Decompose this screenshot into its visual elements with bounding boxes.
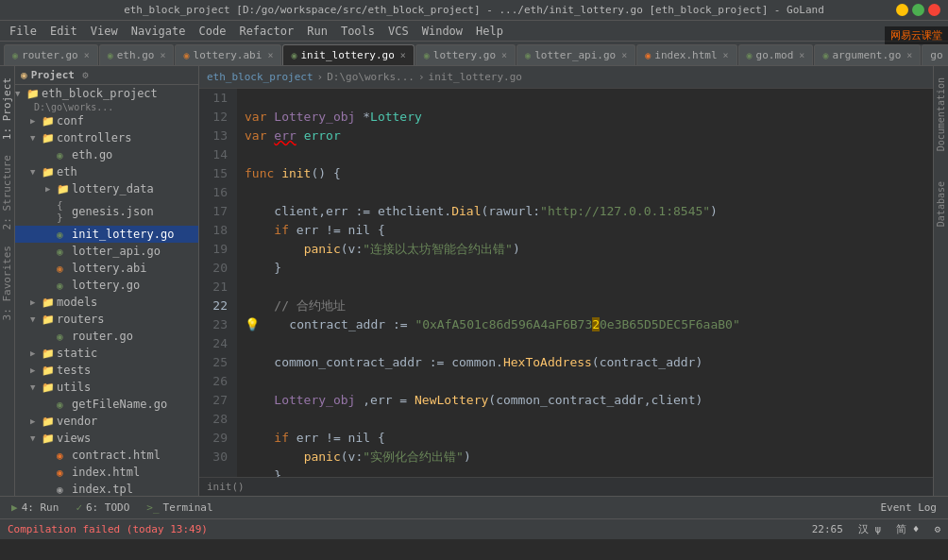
tree-label: utils bbox=[57, 381, 91, 394]
todo-label: 6: TODO bbox=[86, 501, 129, 514]
menu-edit[interactable]: Edit bbox=[44, 23, 83, 40]
code-line-28: panic(v:"实例化合约出错") bbox=[245, 450, 471, 464]
menu-run[interactable]: Run bbox=[301, 23, 333, 40]
tab-close-icon[interactable]: × bbox=[160, 50, 165, 60]
tab-go-mod[interactable]: ◉ go.mod × bbox=[738, 44, 814, 65]
tree-item-vendor[interactable]: ▶ 📁 vendor bbox=[15, 413, 198, 430]
menu-file[interactable]: File bbox=[4, 23, 42, 40]
menu-navigate[interactable]: Navigate bbox=[126, 23, 192, 40]
tree-item-lottery-go[interactable]: ◉ lottery.go bbox=[15, 277, 198, 294]
mod-file-icon: ◉ bbox=[747, 50, 753, 60]
code-editor[interactable]: eth_block_project › D:\go\works... › ini… bbox=[199, 66, 933, 496]
tree-item-static[interactable]: ▶ 📁 static bbox=[15, 345, 198, 362]
code-line-16: client,err := ethclient.Dial(rawurl:"htt… bbox=[245, 204, 718, 218]
tab-close-icon[interactable]: × bbox=[267, 50, 273, 60]
code-area[interactable]: 11 12 13 14 15 16 17 18 19 20 21 22 23 2… bbox=[199, 89, 933, 477]
compilation-error: Compilation failed (today 13:49) bbox=[8, 523, 208, 535]
minimize-button[interactable] bbox=[896, 4, 908, 16]
tree-item-init-lottery[interactable]: ◉ init_lottery.go bbox=[15, 226, 198, 243]
tree-item-eth-go[interactable]: ◉ eth.go bbox=[15, 146, 198, 163]
sidebar-settings: ⚙ bbox=[82, 69, 89, 81]
vtab-structure[interactable]: 2: Structure bbox=[0, 147, 15, 237]
tab-close-icon[interactable]: × bbox=[621, 50, 627, 60]
tab-lotter-api-go[interactable]: ◉ lotter_api.go × bbox=[516, 44, 635, 65]
tree-item-controllers[interactable]: ▼ 📁 controllers bbox=[15, 129, 198, 146]
tab-index-html[interactable]: ◉ index.html × bbox=[636, 44, 736, 65]
tree-label: conf bbox=[57, 114, 84, 127]
tree-label: static bbox=[57, 347, 97, 360]
menu-window[interactable]: Window bbox=[416, 23, 468, 40]
tpl-icon: ◉ bbox=[57, 484, 72, 496]
code-line-19: } bbox=[245, 261, 281, 275]
tab-close-icon[interactable]: × bbox=[400, 50, 406, 60]
abi-file-icon: ◉ bbox=[57, 263, 72, 275]
tree-item-index-tpl[interactable]: ◉ index.tpl bbox=[15, 481, 198, 496]
tree-label: lotter_api.go bbox=[72, 245, 161, 258]
code-line-11: var Lottery_obj *Lottery bbox=[245, 110, 422, 124]
tab-router-go[interactable]: ◉ router.go × bbox=[4, 44, 98, 65]
tree-item-routers[interactable]: ▼ 📁 routers bbox=[15, 311, 198, 328]
tree-item-root[interactable]: ▼ 📁 eth_block_project bbox=[15, 85, 198, 102]
tab-go-build[interactable]: go build-test1.go ☆ bbox=[922, 44, 948, 65]
code-line-13 bbox=[245, 147, 252, 161]
tab-label: eth.go bbox=[117, 49, 155, 61]
html-icon: ◉ bbox=[57, 467, 72, 479]
side-tabs-left: 1: Project 2: Structure 3: Favorites bbox=[0, 66, 15, 496]
tab-close-icon[interactable]: × bbox=[799, 50, 804, 60]
terminal-label: Terminal bbox=[163, 501, 213, 514]
tree-item-genesis-json[interactable]: { } genesis.json bbox=[15, 197, 198, 226]
tab-init-lottery-go[interactable]: ◉ init_lottery.go × bbox=[282, 44, 414, 65]
tab-label: go.mod bbox=[756, 49, 794, 61]
tree-item-conf[interactable]: ▶ 📁 conf bbox=[15, 112, 198, 129]
maximize-button[interactable] bbox=[912, 4, 924, 16]
tree-item-views[interactable]: ▼ 📁 views bbox=[15, 430, 198, 447]
tree-item-index-html[interactable]: ◉ index.html bbox=[15, 464, 198, 481]
vtab-documentation[interactable]: Documentation bbox=[934, 70, 948, 159]
tree-item-eth[interactable]: ▼ 📁 eth bbox=[15, 163, 198, 180]
tree-item-tests[interactable]: ▶ 📁 tests bbox=[15, 362, 198, 379]
code-line-26 bbox=[245, 412, 252, 426]
code-content[interactable]: var Lottery_obj *Lottery var err error f… bbox=[237, 89, 933, 477]
menu-tools[interactable]: Tools bbox=[335, 23, 381, 40]
todo-icon: ✓ bbox=[76, 501, 82, 514]
tab-close-icon[interactable]: × bbox=[723, 50, 729, 60]
window-controls bbox=[896, 4, 940, 16]
tree-item-models[interactable]: ▶ 📁 models bbox=[15, 294, 198, 311]
tree-item-lottery-data[interactable]: ▶ 📁 lottery_data bbox=[15, 180, 198, 197]
line-num-15: 15 bbox=[199, 164, 231, 183]
close-button[interactable] bbox=[928, 4, 940, 16]
line-num-30: 30 bbox=[199, 448, 231, 467]
event-log[interactable]: Event Log bbox=[872, 500, 944, 516]
tree-item-lotter-api[interactable]: ◉ lotter_api.go bbox=[15, 243, 198, 260]
tree-item-router-go[interactable]: ◉ router.go bbox=[15, 328, 198, 345]
tab-lottery-go[interactable]: ◉ lottery.go × bbox=[415, 44, 516, 65]
tree-item-utils[interactable]: ▼ 📁 utils bbox=[15, 379, 198, 396]
tab-lottery-abi[interactable]: ◉ lottery.abi × bbox=[175, 44, 281, 65]
tab-close-icon[interactable]: × bbox=[84, 50, 90, 60]
folder-icon: 📁 bbox=[42, 297, 57, 309]
vtab-database[interactable]: Database bbox=[934, 174, 948, 234]
tree-item-lottery-abi[interactable]: ◉ lottery.abi bbox=[15, 260, 198, 277]
run-icon: ▶ bbox=[11, 501, 18, 514]
go-file-icon: ◉ bbox=[424, 50, 430, 60]
go-file-icon: ◉ bbox=[57, 246, 72, 258]
tree-item-getfilename[interactable]: ◉ getFileName.go bbox=[15, 396, 198, 413]
tree-label: index.html bbox=[72, 466, 140, 479]
vtab-project[interactable]: 1: Project bbox=[0, 70, 15, 147]
tree-item-contract-html[interactable]: ◉ contract.html bbox=[15, 447, 198, 464]
tab-close-icon[interactable]: × bbox=[906, 50, 912, 60]
menu-refactor[interactable]: Refactor bbox=[233, 23, 299, 40]
tab-close-icon[interactable]: × bbox=[501, 50, 507, 60]
run-button[interactable]: ▶ 4: Run bbox=[4, 500, 66, 516]
menu-help[interactable]: Help bbox=[470, 23, 509, 40]
terminal-button[interactable]: >_ Terminal bbox=[139, 500, 220, 516]
vtab-favorites[interactable]: 3: Favorites bbox=[0, 238, 15, 328]
menu-view[interactable]: View bbox=[85, 23, 124, 40]
todo-button[interactable]: ✓ 6: TODO bbox=[68, 500, 137, 516]
tab-eth-go[interactable]: ◉ eth.go × bbox=[99, 44, 175, 65]
menu-code[interactable]: Code bbox=[194, 23, 232, 40]
menu-vcs[interactable]: VCS bbox=[382, 23, 415, 40]
gear-settings-icon[interactable]: ⚙ bbox=[934, 523, 940, 535]
json-file-icon: { } bbox=[57, 199, 72, 224]
tab-argument-go[interactable]: ◉ argument.go × bbox=[814, 44, 921, 65]
